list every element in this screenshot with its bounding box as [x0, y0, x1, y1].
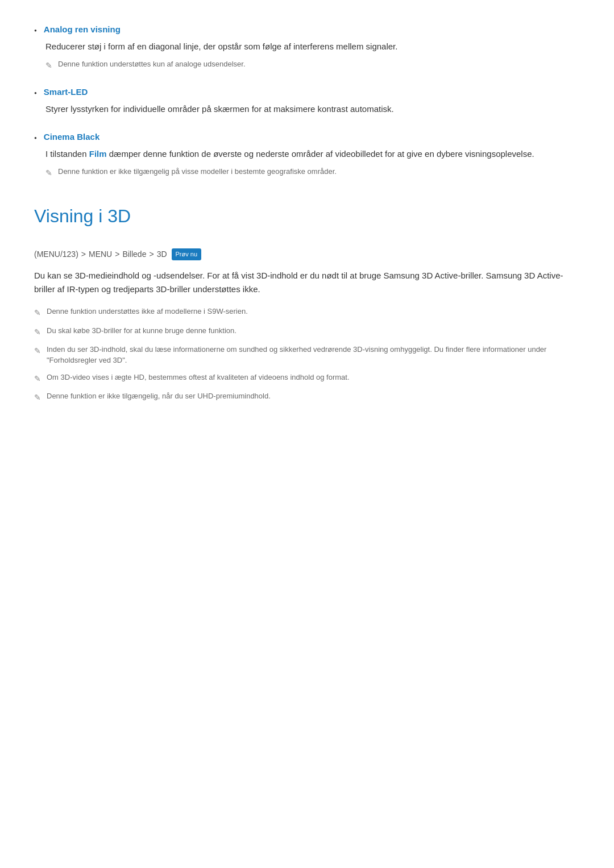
section-3d-title: Visning i 3D — [34, 202, 580, 231]
bullet-title-row-analog: ● Analog ren visning — [34, 23, 580, 36]
pencil-icon-3d-2: ✎ — [34, 344, 41, 357]
pencil-icon-cinema-black: ✎ — [45, 167, 52, 179]
note-text-3d-3: Om 3D-video vises i ægte HD, bestemmes o… — [47, 372, 350, 383]
menu-item-3d: 3D — [157, 248, 167, 260]
note-row-analog: ✎ Denne funktion understøttes kun af ana… — [45, 59, 580, 72]
menu-item-menu: MENU — [89, 248, 112, 260]
note-text-3d-4: Denne funktion er ikke tilgængelig, når … — [47, 391, 271, 402]
arrow-2: > — [115, 248, 119, 260]
bullet-item-cinema-black: ● Cinema Black I tilstanden Film dæmper … — [34, 130, 580, 179]
body-smart-led: Styrer lysstyrken for individuelle områd… — [45, 102, 580, 117]
bullet-title-row-cinema-black: ● Cinema Black — [34, 130, 580, 144]
section-3d: Visning i 3D (MENU/123) > MENU > Billede… — [34, 202, 580, 404]
note-text-cinema-black: Denne funktion er ikke tilgængelig på vi… — [58, 166, 337, 177]
note-row-3d-4: ✎ Denne funktion er ikke tilgængelig, nå… — [34, 391, 580, 404]
body-analog: Reducerer støj i form af en diagonal lin… — [45, 40, 580, 54]
menu-prefix: (MENU/123) — [34, 248, 78, 260]
intro-text-3d: Du kan se 3D-medieindhold og -udsendelse… — [34, 269, 580, 297]
bullet-item-analog: ● Analog ren visning Reducerer støj i fo… — [34, 23, 580, 72]
note-text-3d-1: Du skal købe 3D-briller for at kunne bru… — [47, 325, 237, 337]
body-cinema-black: I tilstanden Film dæmper denne funktion … — [45, 147, 580, 161]
link-smart-led[interactable]: Smart-LED — [44, 85, 88, 99]
pencil-icon-3d-0: ✎ — [34, 306, 41, 319]
pencil-icon-3d-1: ✎ — [34, 326, 41, 338]
note-row-3d-3: ✎ Om 3D-video vises i ægte HD, bestemmes… — [34, 372, 580, 385]
note-text-3d-2: Inden du ser 3D-indhold, skal du læse in… — [47, 344, 580, 366]
arrow-1: > — [81, 248, 86, 260]
bullet-item-smart-led: ● Smart-LED Styrer lysstyrken for indivi… — [34, 85, 580, 117]
bullet-dot-cinema-black: ● — [34, 135, 37, 142]
bullet-dot-analog: ● — [34, 27, 37, 35]
bullet-dot-smart-led: ● — [34, 90, 37, 97]
arrow-3: > — [149, 248, 154, 260]
bullet-title-row-smart-led: ● Smart-LED — [34, 85, 580, 99]
menu-path: (MENU/123) > MENU > Billede > 3D Prøv nu — [34, 248, 580, 260]
try-now-badge[interactable]: Prøv nu — [172, 248, 202, 261]
note-row-3d-0: ✎ Denne funktion understøttes ikke af mo… — [34, 306, 580, 319]
notes-list-3d: ✎ Denne funktion understøttes ikke af mo… — [34, 306, 580, 404]
pencil-icon-analog: ✎ — [45, 59, 52, 72]
link-analog[interactable]: Analog ren visning — [44, 23, 121, 36]
pencil-icon-3d-3: ✎ — [34, 372, 41, 385]
note-row-3d-2: ✎ Inden du ser 3D-indhold, skal du læse … — [34, 344, 580, 366]
menu-item-billede: Billede — [122, 248, 146, 260]
link-cinema-black[interactable]: Cinema Black — [44, 130, 99, 144]
note-text-analog: Denne funktion understøttes kun af analo… — [58, 59, 246, 70]
section-top: ● Analog ren visning Reducerer støj i fo… — [34, 23, 580, 179]
note-text-3d-0: Denne funktion understøttes ikke af mode… — [47, 306, 248, 317]
film-link[interactable]: Film — [89, 149, 107, 159]
pencil-icon-3d-4: ✎ — [34, 391, 41, 404]
note-row-cinema-black: ✎ Denne funktion er ikke tilgængelig på … — [45, 166, 580, 179]
note-row-3d-1: ✎ Du skal købe 3D-briller for at kunne b… — [34, 325, 580, 338]
